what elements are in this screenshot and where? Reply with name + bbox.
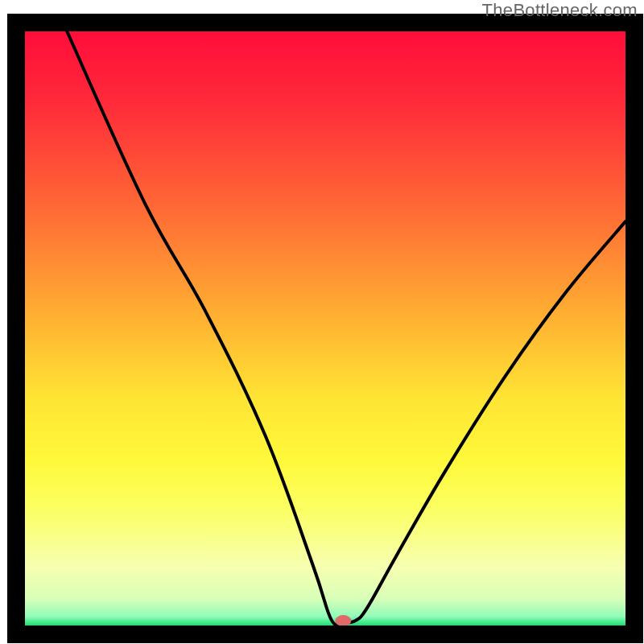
chart-container: TheBottleneck.com (0, 0, 644, 644)
minimum-marker (335, 615, 351, 626)
plot-background (25, 31, 625, 625)
bottleneck-chart (0, 0, 644, 644)
watermark-text: TheBottleneck.com (482, 0, 638, 21)
